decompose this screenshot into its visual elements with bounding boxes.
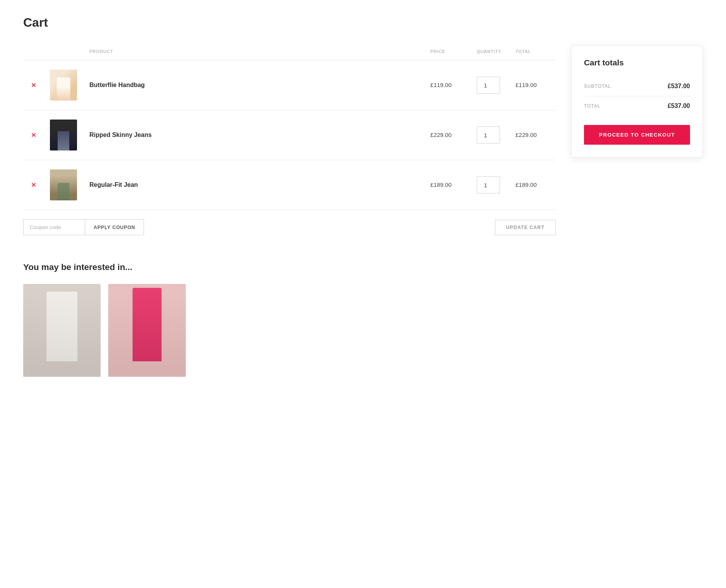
recommended-section: You may be interested in... (23, 262, 703, 377)
cart-layout: PRODUCT PRICE QUANTITY TOTAL Butterflie … (23, 45, 703, 235)
remove-cell (23, 60, 44, 110)
page-title: Cart (23, 15, 703, 30)
product-total: £229.00 (515, 132, 537, 138)
image-cell (44, 160, 83, 210)
table-row: Butterflie Handbag £119.00 £119.00 (23, 60, 556, 110)
remove-item-button[interactable] (29, 80, 38, 91)
proceed-to-checkout-button[interactable]: PROCEED TO CHECKOUT (584, 125, 690, 145)
cart-totals-box: Cart totals SUBTOTAL £537.00 TOTAL £537.… (571, 45, 703, 157)
remove-cell (23, 110, 44, 160)
col-header-remove (23, 45, 44, 60)
subtotal-value: £537.00 (668, 83, 690, 90)
col-header-image (44, 45, 83, 60)
recommended-image-pink-blazer[interactable] (108, 284, 186, 377)
product-name: Butterflie Handbag (89, 82, 145, 88)
recommended-image-blazer[interactable] (23, 284, 101, 377)
update-cart-button[interactable]: UPDATE CART (495, 220, 556, 235)
product-price: £119.00 (430, 82, 452, 88)
product-total: £119.00 (515, 82, 537, 88)
col-header-product: PRODUCT (83, 45, 424, 60)
col-header-price: PRICE (424, 45, 471, 60)
recommended-grid (23, 284, 703, 377)
product-thumbnail (50, 120, 77, 150)
subtotal-label: SUBTOTAL (584, 84, 611, 89)
cart-sidebar: Cart totals SUBTOTAL £537.00 TOTAL £537.… (571, 45, 703, 157)
price-cell: £229.00 (424, 110, 471, 160)
remove-cell (23, 160, 44, 210)
coupon-area: APPLY COUPON (23, 219, 144, 235)
product-name: Ripped Skinny Jeans (89, 132, 152, 138)
subtotal-row: SUBTOTAL £537.00 (584, 77, 690, 96)
qty-cell (471, 60, 509, 110)
product-thumbnail (50, 70, 77, 101)
cart-table: PRODUCT PRICE QUANTITY TOTAL Butterflie … (23, 45, 556, 210)
cart-bottom: APPLY COUPON UPDATE CART (23, 210, 556, 235)
quantity-input[interactable] (477, 77, 500, 94)
product-price: £229.00 (430, 132, 452, 138)
image-cell (44, 60, 83, 110)
remove-item-button[interactable] (29, 130, 38, 140)
total-value: £537.00 (668, 103, 690, 109)
name-cell: Regular-Fit Jean (83, 160, 424, 210)
recommended-title: You may be interested in... (23, 262, 703, 272)
qty-cell (471, 160, 509, 210)
total-cell: £229.00 (509, 110, 556, 160)
cart-main: PRODUCT PRICE QUANTITY TOTAL Butterflie … (23, 45, 556, 235)
total-cell: £189.00 (509, 160, 556, 210)
remove-item-button[interactable] (29, 180, 38, 190)
table-row: Regular-Fit Jean £189.00 £189.00 (23, 160, 556, 210)
quantity-input[interactable] (477, 176, 500, 193)
recommended-item (108, 284, 193, 377)
price-cell: £189.00 (424, 160, 471, 210)
quantity-input[interactable] (477, 126, 500, 144)
total-row: TOTAL £537.00 (584, 96, 690, 116)
table-row: Ripped Skinny Jeans £229.00 £229.00 (23, 110, 556, 160)
product-price: £189.00 (430, 181, 452, 188)
image-cell (44, 110, 83, 160)
product-name: Regular-Fit Jean (89, 181, 138, 188)
product-thumbnail (50, 169, 77, 200)
name-cell: Ripped Skinny Jeans (83, 110, 424, 160)
col-header-quantity: QUANTITY (471, 45, 509, 60)
product-total: £189.00 (515, 181, 537, 188)
cart-totals-title: Cart totals (584, 58, 690, 67)
qty-cell (471, 110, 509, 160)
total-cell: £119.00 (509, 60, 556, 110)
recommended-item (23, 284, 108, 377)
name-cell: Butterflie Handbag (83, 60, 424, 110)
price-cell: £119.00 (424, 60, 471, 110)
col-header-total: TOTAL (509, 45, 556, 60)
total-label: TOTAL (584, 103, 600, 109)
coupon-input[interactable] (23, 219, 85, 235)
apply-coupon-button[interactable]: APPLY COUPON (85, 219, 144, 235)
